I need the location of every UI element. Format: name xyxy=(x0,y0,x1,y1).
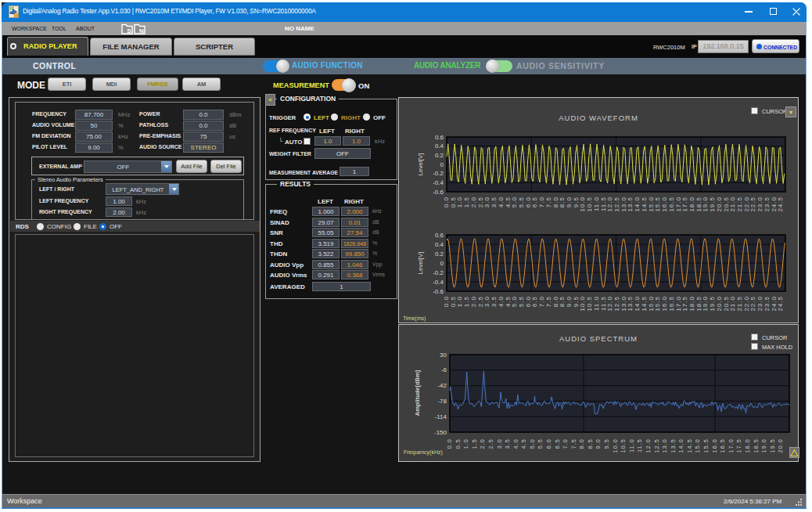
svg-text:1.0: 1.0 xyxy=(462,439,469,449)
svg-text:13.0: 13.0 xyxy=(620,197,627,212)
svg-text:19.0: 19.0 xyxy=(702,296,709,312)
svg-text:-78: -78 xyxy=(437,398,447,405)
svg-text:8.5: 8.5 xyxy=(587,439,594,449)
svg-text:16.0: 16.0 xyxy=(711,439,718,453)
svg-text:7.5: 7.5 xyxy=(545,197,552,207)
svg-text:2.0: 2.0 xyxy=(470,197,477,207)
svg-text:3.5: 3.5 xyxy=(504,439,511,449)
svg-text:0: 0 xyxy=(440,161,444,168)
svg-text:2.5: 2.5 xyxy=(477,296,484,307)
svg-text:6.0: 6.0 xyxy=(525,197,532,207)
svg-text:9.0: 9.0 xyxy=(566,296,573,307)
svg-text:7.0: 7.0 xyxy=(538,197,545,207)
svg-text:13.5: 13.5 xyxy=(627,197,634,212)
svg-text:24.5: 24.5 xyxy=(777,296,784,312)
svg-text:6.0: 6.0 xyxy=(545,439,552,449)
svg-text:-0.2: -0.2 xyxy=(433,170,444,177)
svg-text:17.0: 17.0 xyxy=(675,296,682,312)
svg-text:1.5: 1.5 xyxy=(463,197,470,207)
svg-text:24.0: 24.0 xyxy=(771,197,778,212)
svg-text:12.0: 12.0 xyxy=(606,296,613,312)
svg-text:17.5: 17.5 xyxy=(681,296,688,312)
svg-text:0.6: 0.6 xyxy=(435,134,444,141)
svg-text:-0.2: -0.2 xyxy=(433,269,444,276)
svg-text:16.5: 16.5 xyxy=(668,296,675,312)
svg-text:15.5: 15.5 xyxy=(654,296,661,312)
svg-text:Amplitude[dBm]: Amplitude[dBm] xyxy=(414,370,421,416)
svg-text:15.0: 15.0 xyxy=(648,296,655,312)
svg-text:10.5: 10.5 xyxy=(620,439,627,453)
svg-text:5.5: 5.5 xyxy=(518,197,525,207)
svg-text:18.0: 18.0 xyxy=(688,296,695,312)
svg-text:2.5: 2.5 xyxy=(487,439,494,449)
svg-text:16.5: 16.5 xyxy=(719,439,726,453)
svg-text:-6: -6 xyxy=(441,366,447,373)
svg-text:5.5: 5.5 xyxy=(518,296,525,307)
svg-text:11.0: 11.0 xyxy=(593,296,600,311)
svg-text:4.0: 4.0 xyxy=(498,197,505,207)
svg-text:15.5: 15.5 xyxy=(654,197,661,212)
svg-text:20.5: 20.5 xyxy=(723,197,730,212)
svg-text:0.5: 0.5 xyxy=(455,439,462,449)
svg-text:0.0: 0.0 xyxy=(443,296,450,307)
svg-text:2.0: 2.0 xyxy=(479,439,486,449)
svg-text:24.5: 24.5 xyxy=(777,197,784,212)
svg-text:16.0: 16.0 xyxy=(661,197,668,212)
svg-text:12.5: 12.5 xyxy=(613,197,620,212)
svg-text:12.5: 12.5 xyxy=(653,439,660,453)
svg-text:22.0: 22.0 xyxy=(743,296,750,312)
svg-text:1.0: 1.0 xyxy=(456,197,463,207)
svg-text:18.5: 18.5 xyxy=(695,197,702,212)
svg-text:0.4: 0.4 xyxy=(435,142,444,150)
svg-text:0.4: 0.4 xyxy=(435,241,444,248)
svg-text:14.5: 14.5 xyxy=(641,197,648,212)
svg-text:-0.4: -0.4 xyxy=(433,179,444,186)
svg-text:8.0: 8.0 xyxy=(578,439,585,449)
svg-text:0.0: 0.0 xyxy=(443,197,450,207)
svg-text:AUDIO SPECTRUM: AUDIO SPECTRUM xyxy=(559,334,638,343)
svg-text:17.5: 17.5 xyxy=(681,197,688,212)
svg-text:23.0: 23.0 xyxy=(756,197,763,212)
svg-text:Time(ms): Time(ms) xyxy=(403,315,426,322)
svg-text:19.5: 19.5 xyxy=(709,197,716,212)
svg-text:22.5: 22.5 xyxy=(749,296,756,312)
svg-text:11.0: 11.0 xyxy=(593,197,600,211)
svg-text:Level[V]: Level[V] xyxy=(417,153,424,176)
svg-text:21.5: 21.5 xyxy=(736,296,743,312)
svg-text:11.5: 11.5 xyxy=(600,197,607,211)
svg-text:8.5: 8.5 xyxy=(559,296,566,307)
svg-text:21.0: 21.0 xyxy=(729,296,736,312)
svg-text:7.5: 7.5 xyxy=(570,439,577,449)
svg-text:10.0: 10.0 xyxy=(579,296,586,312)
svg-text:12.5: 12.5 xyxy=(613,296,620,312)
svg-text:4.5: 4.5 xyxy=(505,197,512,207)
svg-text:5.0: 5.0 xyxy=(529,439,536,449)
svg-text:16.0: 16.0 xyxy=(661,296,668,312)
svg-text:30: 30 xyxy=(440,352,447,359)
svg-text:10.5: 10.5 xyxy=(586,197,593,212)
svg-text:N: N xyxy=(139,27,144,34)
svg-text:-0.6: -0.6 xyxy=(433,288,444,295)
svg-text:5.0: 5.0 xyxy=(511,296,518,307)
svg-text:20.0: 20.0 xyxy=(716,197,723,212)
svg-text:9.0: 9.0 xyxy=(595,439,602,449)
svg-text:0.6: 0.6 xyxy=(435,232,444,239)
svg-text:5.5: 5.5 xyxy=(537,439,544,449)
svg-text:14.5: 14.5 xyxy=(641,296,648,312)
svg-text:1.5: 1.5 xyxy=(463,296,470,307)
svg-text:14.0: 14.0 xyxy=(634,296,641,312)
svg-text:9.5: 9.5 xyxy=(573,197,580,207)
svg-text:22.0: 22.0 xyxy=(743,197,750,212)
svg-text:6.5: 6.5 xyxy=(531,296,538,307)
svg-text:21.5: 21.5 xyxy=(736,197,743,212)
svg-text:15.0: 15.0 xyxy=(694,439,701,453)
svg-text:12.0: 12.0 xyxy=(645,439,652,453)
svg-text:14.5: 14.5 xyxy=(686,439,693,453)
svg-text:0.2: 0.2 xyxy=(435,152,444,159)
svg-text:-114: -114 xyxy=(435,413,447,420)
svg-text:1.0: 1.0 xyxy=(456,296,463,307)
svg-text:3.0: 3.0 xyxy=(483,197,490,207)
svg-text:18.0: 18.0 xyxy=(744,439,751,453)
svg-text:6.5: 6.5 xyxy=(531,197,538,207)
svg-text:19.0: 19.0 xyxy=(702,197,709,212)
